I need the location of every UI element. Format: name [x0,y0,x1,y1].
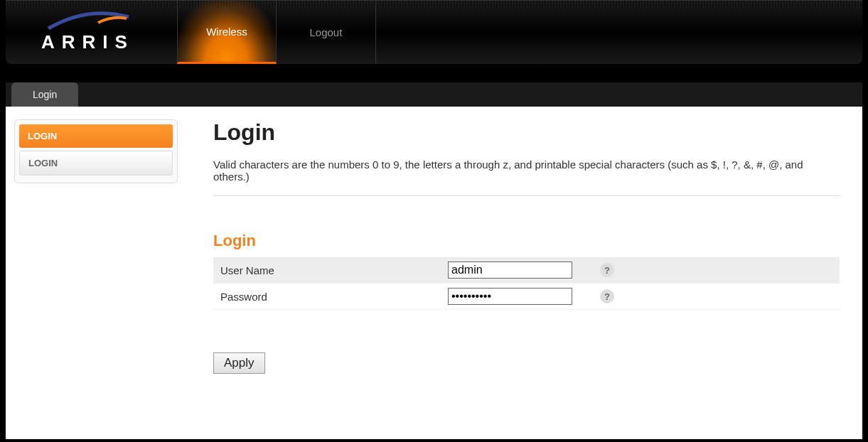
sub-nav: Login [6,82,862,107]
sub-nav-item-label: Login [33,89,57,100]
primary-nav: Wireless Logout [177,1,376,64]
header: ARRIS Wireless Logout [6,0,862,64]
form-row-username: User Name ? [213,257,840,284]
logo-swoosh-icon [45,11,130,31]
page-title: Login [213,119,840,146]
sidebar-item-login-active[interactable]: LOGIN [19,124,173,148]
sub-nav-item-login[interactable]: Login [11,82,78,107]
help-icon[interactable]: ? [600,289,614,303]
page-description: Valid characters are the numbers 0 to 9,… [213,158,840,196]
apply-button[interactable]: Apply [213,352,265,374]
login-form-table: User Name ? Password ? [213,257,840,310]
main-content: Login Valid characters are the numbers 0… [178,119,854,426]
password-input[interactable] [448,288,572,305]
content-area: LOGIN LOGIN Login Valid characters are t… [6,107,862,439]
nav-item-label: Logout [309,26,342,38]
nav-item-wireless[interactable]: Wireless [177,1,277,64]
section-title: Login [213,232,840,250]
sidebar-item-label: LOGIN [28,158,58,168]
password-label: Password [213,284,441,310]
username-label: User Name [213,257,441,284]
username-input[interactable] [448,262,572,279]
brand-name: ARRIS [41,31,134,53]
sidebar: LOGIN LOGIN [14,119,178,183]
nav-item-logout[interactable]: Logout [277,1,376,64]
help-icon[interactable]: ? [600,263,614,277]
brand-logo: ARRIS [41,11,134,53]
sidebar-item-label: LOGIN [28,131,57,141]
form-row-password: Password ? [213,284,840,310]
sidebar-item-login[interactable]: LOGIN [19,151,173,176]
nav-item-label: Wireless [206,26,247,38]
